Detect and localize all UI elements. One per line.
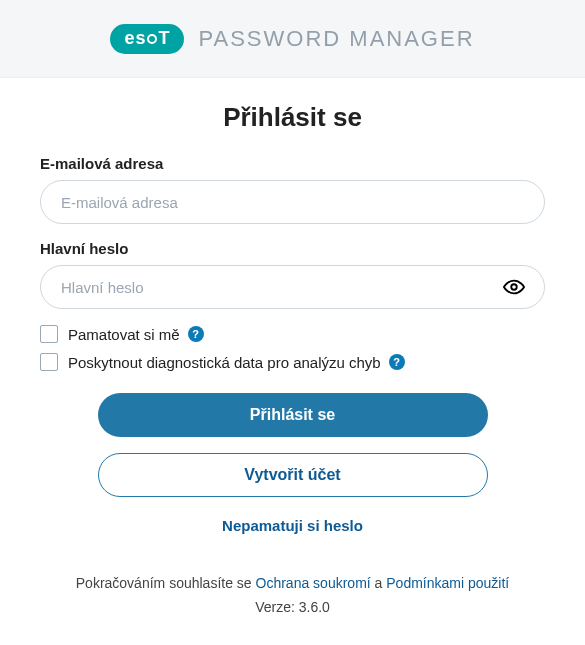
footer-mid: a — [371, 575, 387, 591]
login-button[interactable]: Přihlásit se — [98, 393, 488, 437]
forgot-password-link[interactable]: Nepamatuji si heslo — [222, 517, 363, 534]
create-account-button[interactable]: Vytvořit účet — [98, 453, 488, 497]
help-icon[interactable]: ? — [389, 354, 405, 370]
logo-letter-e-icon — [147, 34, 157, 44]
email-label: E-mailová adresa — [40, 155, 545, 172]
password-label: Hlavní heslo — [40, 240, 545, 257]
remember-checkbox[interactable] — [40, 325, 58, 343]
app-title: PASSWORD MANAGER — [198, 26, 474, 52]
remember-label[interactable]: Pamatovat si mě — [68, 326, 180, 343]
terms-link[interactable]: Podmínkami použití — [386, 575, 509, 591]
eye-icon — [503, 276, 525, 298]
version-label: Verze: — [255, 599, 299, 615]
svg-point-0 — [511, 284, 517, 290]
footer-prefix: Pokračováním souhlasíte se — [76, 575, 256, 591]
diagnostics-checkbox[interactable] — [40, 353, 58, 371]
brand-logo: esT — [110, 24, 184, 54]
header-bar: esT PASSWORD MANAGER — [0, 0, 585, 78]
privacy-link[interactable]: Ochrana soukromí — [256, 575, 371, 591]
page-title: Přihlásit se — [40, 102, 545, 133]
email-input[interactable] — [40, 180, 545, 224]
footer: Pokračováním souhlasíte se Ochrana soukr… — [0, 572, 585, 620]
version-value: 3.6.0 — [299, 599, 330, 615]
toggle-password-visibility-button[interactable] — [499, 272, 529, 302]
diagnostics-label[interactable]: Poskytnout diagnostická data pro analýzu… — [68, 354, 381, 371]
help-icon[interactable]: ? — [188, 326, 204, 342]
password-input[interactable] — [40, 265, 545, 309]
